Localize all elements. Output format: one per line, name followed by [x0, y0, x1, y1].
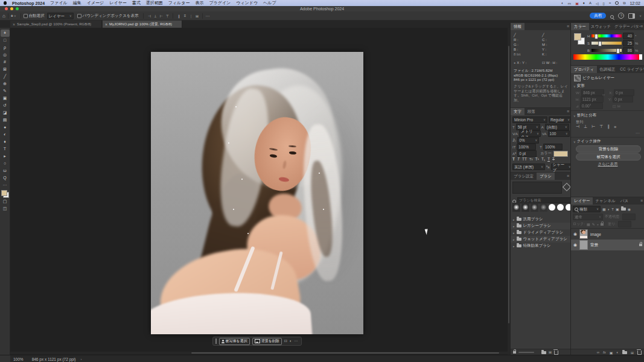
show-more-link[interactable]: さらに表示 [571, 162, 644, 167]
layer-thumbnail[interactable] [579, 240, 588, 250]
tab-character[interactable]: 文字 [511, 108, 524, 115]
options-more-icon[interactable]: ⋯ [205, 14, 209, 18]
size-slider[interactable] [518, 352, 534, 353]
menu-item-type[interactable]: 書式 [132, 0, 141, 6]
link-layers-icon[interactable]: ∞ [597, 351, 599, 354]
layer-mask-icon[interactable]: ▣ [610, 351, 613, 355]
menu-item-layer[interactable]: レイヤー [109, 0, 127, 6]
hue-slider[interactable] [591, 34, 622, 37]
small-caps-icon[interactable]: Tᴛ [529, 157, 533, 161]
canvas-area[interactable]: 被写体を選択 背景を削除 ⊡ ◐ ⋯ [10, 28, 510, 355]
menu-item-edit[interactable]: 編集 [73, 0, 81, 6]
filter-type-icon[interactable]: T [611, 208, 614, 211]
document-tab-active[interactable]: × MyJORNO.psd @ 100% (背景, RGB/8) [103, 21, 182, 28]
zoom-level-field[interactable]: 100% [13, 357, 24, 361]
menu-item-help[interactable]: ヘルプ [263, 0, 276, 6]
filter-adjustment-icon[interactable]: ◐ [608, 208, 610, 211]
horizontal-scrollbar[interactable] [10, 352, 510, 354]
subscript-icon[interactable]: T₁ [541, 157, 545, 161]
anti-alias-dropdown[interactable]: シャープ∨ [551, 164, 573, 170]
distribute-h-icon[interactable]: ∥ [176, 14, 182, 18]
menu-item-file[interactable]: ファイル [50, 0, 68, 6]
lock-position-icon[interactable]: + [597, 223, 599, 226]
align-v-centers-icon[interactable]: ∥ [607, 124, 610, 129]
menu-item-select[interactable]: 選択範囲 [146, 0, 163, 6]
new-group-icon[interactable] [541, 351, 546, 354]
menu-item-filter[interactable]: フィルター [168, 0, 190, 6]
faux-bold-icon[interactable]: T [512, 157, 515, 161]
show-transform-controls-checkbox[interactable] [77, 14, 81, 18]
adjustment-icon[interactable]: ◐ [290, 339, 292, 343]
tracking-field[interactable]: 100∨ [548, 130, 570, 137]
zoom-tool[interactable]: Q [1, 174, 10, 182]
taskbar-drag-handle[interactable] [215, 338, 217, 344]
layer-style-icon[interactable]: fx [603, 351, 606, 354]
tab-paths[interactable]: パス [618, 197, 631, 205]
new-brush-icon[interactable]: ⊞ [549, 351, 552, 355]
workspace-switcher-icon[interactable] [628, 13, 635, 19]
tab-close-icon[interactable]: × [105, 22, 107, 27]
delete-brush-icon[interactable] [554, 351, 558, 355]
faux-italic-icon[interactable]: T [517, 157, 520, 161]
align-left-icon[interactable]: ⊣ [146, 14, 152, 18]
tab-adjustments[interactable]: 色調補正 [597, 66, 617, 73]
tab-close-icon[interactable]: × [13, 22, 15, 27]
align-canvas-icon[interactable]: ⊞ [194, 14, 200, 18]
distribute-spacing-icon[interactable]: ⋮ [188, 14, 194, 18]
lasso-tool[interactable]: ρ [1, 44, 10, 51]
menu-app-name[interactable]: Photoshop 2024 [12, 1, 45, 5]
control-center-icon[interactable]: ⧉ [623, 1, 625, 5]
layer-row-background[interactable]: ◉ 背景 [571, 240, 644, 250]
leading-field[interactable]: (自動)∨ [545, 124, 569, 130]
tab-layers[interactable]: レイヤー [571, 197, 593, 205]
align-top-icon[interactable]: ⊤ [164, 14, 170, 18]
remove-background-button[interactable]: 背景を削除 [252, 338, 282, 345]
auto-select-target-dropdown[interactable]: レイヤー∨ [47, 13, 74, 19]
foreground-color-swatch[interactable] [1, 190, 7, 196]
lock-icon[interactable] [513, 351, 516, 354]
share-button[interactable]: 共有 [590, 13, 606, 19]
edit-toolbar-icon[interactable]: ⋯ [1, 182, 10, 189]
brush-tool[interactable]: ✎ [1, 87, 10, 95]
menu-item-plugins[interactable]: プラグイン [209, 0, 231, 6]
layer-name[interactable]: 背景 [590, 243, 598, 248]
status-options-arrow[interactable]: › [81, 357, 82, 361]
move-tool-preset-icon[interactable]: + [11, 14, 13, 18]
tab-brushes[interactable]: ブラシ [537, 173, 555, 180]
brush-preset-soft[interactable] [512, 203, 520, 212]
menu-bar-clock[interactable]: 12:02 [630, 1, 640, 5]
baseline-field[interactable]: 0 pt [517, 150, 537, 157]
crop-tool[interactable]: # [1, 59, 10, 66]
history-brush-tool[interactable]: ↺ [1, 102, 10, 109]
brush-preset-special[interactable] [531, 203, 538, 212]
align-left-edges-icon[interactable]: ⊣ [576, 124, 579, 129]
home-icon[interactable]: ⌂ [2, 14, 5, 18]
layer-visibility-icon[interactable]: ◉ [573, 243, 577, 247]
tab-paragraph[interactable]: 段落 [524, 108, 538, 115]
tab-gradients[interactable]: グラデーション [613, 23, 630, 30]
align-top-edges-icon[interactable]: ⊤ [599, 124, 603, 129]
brush-folder-row[interactable]: ▸ 汎用ブラシ [511, 216, 571, 223]
panel-menu-icon[interactable]: ≡ [640, 23, 644, 30]
spotlight-search-icon[interactable] [615, 1, 619, 5]
brush-folder-row[interactable]: ▸ ドライメディアブラシ [511, 229, 571, 236]
tab-channels[interactable]: チャンネル [593, 197, 617, 205]
text-color-swatch[interactable] [553, 151, 568, 157]
tsume-field[interactable]: 0%∨ [517, 137, 539, 144]
object-selection-tool[interactable]: ◎ [1, 51, 10, 59]
tab-cc-libraries[interactable]: CC ライブラリ [617, 66, 644, 73]
status-input-icon[interactable]: A [589, 1, 591, 5]
foreground-color-swatch[interactable] [574, 33, 581, 40]
status-wifi-icon[interactable]: ≈ [609, 1, 611, 5]
superscript-icon[interactable]: T¹ [535, 157, 539, 161]
search-icon[interactable] [610, 10, 614, 21]
blur-tool[interactable]: ● [1, 124, 10, 131]
menu-item-window[interactable]: ウィンドウ [236, 0, 258, 6]
brush-preset-soft[interactable] [521, 203, 529, 212]
align-center-h-icon[interactable]: ⊥ [152, 14, 158, 18]
panel-menu-icon[interactable]: ≡ [640, 197, 644, 205]
lock-transparent-icon[interactable]: ▦ [587, 222, 590, 226]
lock-all-icon[interactable] [601, 223, 604, 226]
pen-tool[interactable]: ♦ [1, 138, 10, 145]
select-subject-button[interactable]: 被写体を選択 [576, 153, 641, 160]
